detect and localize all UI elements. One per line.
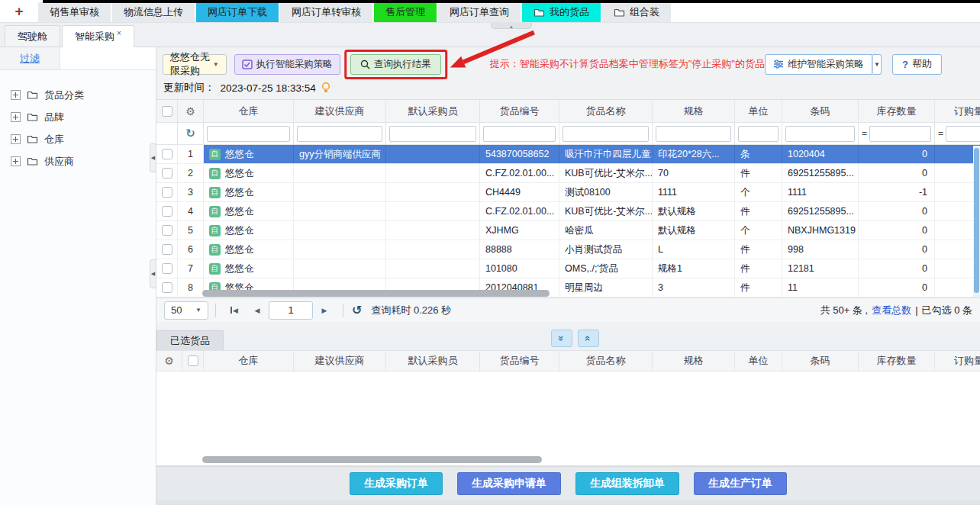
- top-tab[interactable]: 网店订单转审核: [280, 2, 372, 22]
- query-results-button[interactable]: 查询执行结果: [350, 54, 441, 75]
- horizontal-scrollbar-thumb[interactable]: [202, 456, 542, 463]
- top-tab[interactable]: 物流信息上传: [112, 2, 195, 22]
- vertical-scrollbar[interactable]: [973, 146, 980, 298]
- filter-input-code[interactable]: [483, 126, 556, 142]
- filter-input-supplier[interactable]: [297, 126, 382, 142]
- table-row[interactable]: 5自悠悠仓XJHMG哈密瓜默认规格个NBXJHMG13190: [156, 221, 980, 240]
- column-header-warehouse[interactable]: 仓库: [204, 351, 294, 371]
- column-header-stock[interactable]: 库存数量: [859, 351, 935, 371]
- refresh-icon[interactable]: ↺: [352, 303, 362, 317]
- expand-icon[interactable]: [11, 156, 21, 166]
- gear-icon[interactable]: ⚙: [185, 105, 195, 117]
- filter-input-unit[interactable]: [738, 126, 779, 142]
- column-header-spec[interactable]: 规格: [653, 100, 735, 122]
- tree-item[interactable]: 仓库: [11, 128, 156, 150]
- column-header-code[interactable]: 货品编号: [480, 351, 559, 371]
- view-total-link[interactable]: 查看总数: [872, 304, 911, 317]
- view-tab[interactable]: 智能采购×: [62, 25, 134, 47]
- cell-supplier: [294, 240, 386, 259]
- row-checkbox[interactable]: [162, 187, 172, 198]
- help-button[interactable]: ? 帮助: [892, 54, 942, 75]
- strategy-select[interactable]: 悠悠仓无限采购 ▼: [163, 54, 227, 75]
- row-checkbox[interactable]: [162, 149, 172, 159]
- column-header-name[interactable]: 货品名称: [559, 351, 653, 371]
- row-checkbox[interactable]: [162, 244, 172, 255]
- column-header-barcode[interactable]: 条码: [782, 351, 859, 371]
- tree-item[interactable]: 货品分类: [11, 84, 156, 106]
- column-header-supplier[interactable]: 建议供应商: [294, 100, 386, 122]
- table-row[interactable]: 4自悠悠仓C.FZ.02.01.00...KUB可优比-艾米尔...默认规格件6…: [156, 202, 980, 221]
- column-header-buyer[interactable]: 默认采购员: [386, 100, 480, 122]
- collapse-panel-button[interactable]: «: [578, 330, 599, 347]
- filter-input-buyer[interactable]: [389, 126, 476, 142]
- collapse-toolbar-handle[interactable]: ▲: [491, 23, 532, 29]
- next-page-button[interactable]: ▶: [313, 301, 336, 320]
- table-row[interactable]: 3自悠悠仓CH4449测试081001111个1111-1: [156, 183, 980, 202]
- filter-input-spec[interactable]: [656, 126, 731, 142]
- expand-icon[interactable]: [11, 112, 21, 122]
- action-button[interactable]: 生成采购订单: [350, 472, 443, 495]
- action-button[interactable]: 生成采购申请单: [457, 472, 561, 495]
- first-page-button[interactable]: ◀: [223, 301, 246, 320]
- column-header-supplier[interactable]: 建议供应商: [294, 351, 386, 371]
- page-number-input[interactable]: [269, 301, 313, 320]
- expand-icon[interactable]: [11, 134, 21, 144]
- sidebar-collapse-handle[interactable]: ◀: [150, 143, 156, 172]
- sidebar-collapse-handle[interactable]: ◀: [150, 259, 156, 288]
- action-button[interactable]: 生成生产订单: [694, 472, 787, 495]
- top-tab[interactable]: 我的货品: [522, 2, 601, 22]
- row-checkbox[interactable]: [162, 263, 172, 274]
- top-tab[interactable]: 售后管理: [374, 2, 437, 22]
- select-all-checkbox[interactable]: [162, 106, 172, 117]
- filter-input-stock[interactable]: [869, 126, 931, 142]
- top-tab[interactable]: 销售单审核: [38, 2, 111, 22]
- column-header-stock[interactable]: 库存数量: [859, 100, 935, 122]
- column-header-order[interactable]: 订购量: [935, 100, 980, 122]
- column-header-buyer[interactable]: 默认采购员: [386, 351, 480, 371]
- row-checkbox[interactable]: [162, 282, 172, 293]
- page-size-select[interactable]: 50 ▼: [164, 301, 208, 320]
- table-row[interactable]: 1自悠悠仓gyy分销商端供应商543870058652吸汗巾汗巾四层儿童...印…: [156, 145, 980, 164]
- expand-panel-button[interactable]: »: [551, 330, 572, 347]
- row-checkbox[interactable]: [162, 225, 172, 236]
- table-row[interactable]: 7自悠悠仓101080OMS,./;'货品规格1件121810: [156, 259, 980, 278]
- gear-icon[interactable]: ⚙: [164, 355, 174, 367]
- column-header-barcode[interactable]: 条码: [782, 100, 859, 122]
- table-row[interactable]: 6自悠悠仓88888小肖测试货品L件9980: [156, 240, 980, 259]
- column-header-order[interactable]: 订购量: [935, 351, 980, 371]
- maintain-strategy-caret[interactable]: ▼: [872, 54, 882, 75]
- top-tab[interactable]: 网店订单查询: [438, 2, 521, 22]
- column-header-name[interactable]: 货品名称: [559, 100, 653, 122]
- filter-input-order[interactable]: [946, 126, 980, 142]
- filter-input-barcode[interactable]: [785, 126, 855, 142]
- filter-tab[interactable]: 过滤: [0, 47, 60, 69]
- select-all-checkbox[interactable]: [188, 355, 198, 366]
- horizontal-scrollbar-thumb[interactable]: [202, 290, 550, 297]
- column-header-unit[interactable]: 单位: [735, 100, 782, 122]
- refresh-icon[interactable]: ↻: [185, 127, 195, 140]
- row-checkbox[interactable]: [162, 168, 172, 179]
- column-header-code[interactable]: 货品编号: [480, 100, 559, 122]
- table-row[interactable]: 2自悠悠仓C.FZ.02.01.00...KUB可优比-艾米尔...70件692…: [156, 164, 980, 183]
- vertical-scrollbar-thumb[interactable]: [974, 148, 979, 293]
- add-tab-button[interactable]: +: [0, 2, 38, 22]
- tree-item[interactable]: 品牌: [11, 106, 156, 128]
- expand-icon[interactable]: [11, 90, 21, 100]
- column-header-warehouse[interactable]: 仓库: [204, 100, 294, 122]
- action-button[interactable]: 生成组装拆卸单: [575, 472, 679, 495]
- execute-strategy-button[interactable]: 执行智能采购策略: [234, 54, 340, 75]
- view-tab[interactable]: 驾驶舱: [5, 25, 60, 47]
- row-checkbox[interactable]: [162, 206, 172, 217]
- maintain-strategy-button[interactable]: 维护智能采购策略: [765, 54, 872, 75]
- selected-items-tab[interactable]: 已选货品: [156, 330, 224, 350]
- filter-input-name[interactable]: [563, 126, 649, 142]
- action-bar: 生成采购订单生成采购申请单生成组装拆卸单生成生产订单: [156, 466, 980, 500]
- tree-item[interactable]: 供应商: [11, 150, 156, 172]
- column-header-unit[interactable]: 单位: [735, 351, 782, 371]
- column-header-spec[interactable]: 规格: [653, 351, 735, 371]
- close-icon[interactable]: ×: [117, 29, 121, 37]
- top-tab[interactable]: 组合装: [602, 2, 671, 22]
- prev-page-button[interactable]: ◀: [246, 301, 269, 320]
- top-tab[interactable]: 网店订单下载: [196, 2, 279, 22]
- filter-input-warehouse[interactable]: [207, 126, 290, 142]
